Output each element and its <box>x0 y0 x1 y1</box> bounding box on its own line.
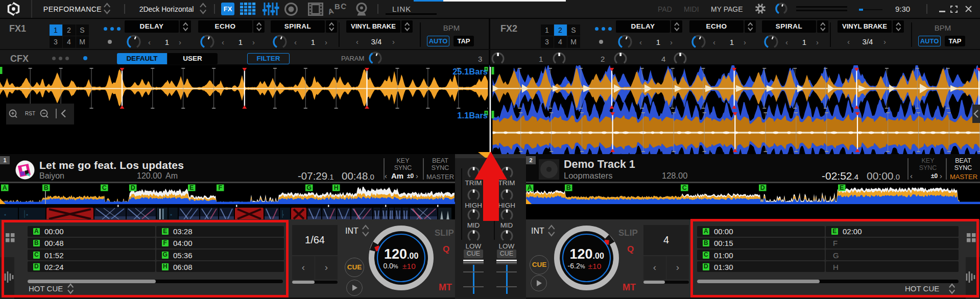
svg-text:A: A <box>327 6 334 16</box>
svg-text:RST: RST <box>25 111 35 116</box>
svg-text:C: C <box>102 184 107 191</box>
svg-text:A: A <box>3 184 7 191</box>
svg-text:F: F <box>218 184 222 191</box>
svg-text:1.1Bars: 1.1Bars <box>457 111 488 120</box>
svg-text:B: B <box>334 2 340 11</box>
svg-text:E: E <box>840 184 844 191</box>
svg-text:B: B <box>44 184 49 191</box>
svg-text:D: D <box>131 184 135 191</box>
svg-text:C: C <box>682 184 687 191</box>
svg-text:C: C <box>340 2 347 11</box>
svg-text:25.1Bars: 25.1Bars <box>452 67 488 76</box>
svg-text:B: B <box>566 184 571 191</box>
svg-text:G: G <box>306 184 312 191</box>
svg-text:A: A <box>528 184 532 191</box>
svg-text:E: E <box>189 184 194 191</box>
svg-text:D: D <box>760 184 765 191</box>
svg-text:H: H <box>334 184 339 191</box>
